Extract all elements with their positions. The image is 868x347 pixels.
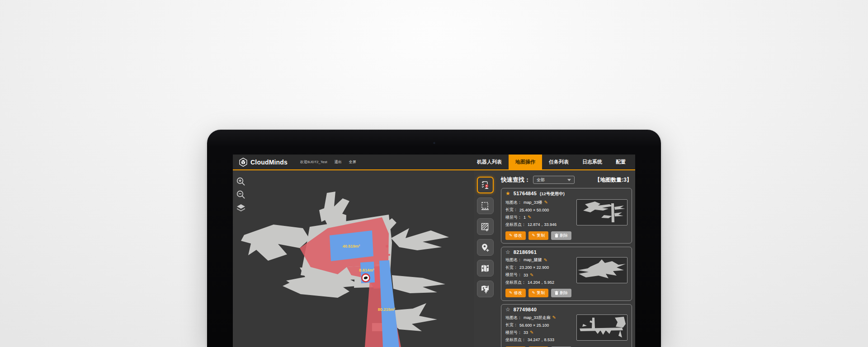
- robot-marker-icon[interactable]: [362, 274, 369, 281]
- edit-name-icon[interactable]: ✎: [544, 258, 547, 263]
- copy-button[interactable]: ✎复制: [528, 289, 549, 297]
- map-id: 87749840: [514, 307, 537, 312]
- origin-value: 12.874，33.946: [528, 222, 557, 228]
- slam-map[interactable]: 40.519m² 8.614m² 80.215m²: [233, 170, 474, 347]
- map-count-text: 【地图数量:3】: [594, 176, 632, 184]
- cloudminds-logo-icon: [239, 158, 248, 167]
- app-header: CloudMinds 欢迎BJDT2_Test 退出 全屏 机器人列表 地图操作…: [233, 155, 635, 170]
- map-blob: [390, 303, 437, 331]
- map-list-panel: 快速查找： 全部 【地图数量:3】 ★ 51764845 (12号使用中): [496, 170, 635, 347]
- add-region-icon: [480, 222, 490, 232]
- tool-measure-area-button[interactable]: [477, 197, 494, 214]
- field-label: 楼层号：: [505, 330, 522, 336]
- layers-icon[interactable]: [236, 203, 246, 213]
- star-icon[interactable]: ☆: [505, 307, 510, 312]
- field-label: 长宽：: [505, 207, 518, 213]
- map-thumbnail: [576, 314, 627, 341]
- fullscreen-link[interactable]: 全屏: [349, 159, 356, 164]
- webcam-dot: [433, 142, 435, 144]
- map-blob: [241, 225, 310, 261]
- nav-map-operation[interactable]: 地图操作: [509, 155, 542, 169]
- edit-floor-icon[interactable]: ✎: [530, 273, 533, 277]
- map-thumbnail: [576, 257, 627, 283]
- add-point-icon: [480, 243, 490, 253]
- edit-name-icon[interactable]: ✎: [552, 315, 556, 320]
- map-size-value: 23.200 × 22.900: [519, 265, 549, 270]
- map-in-use-badge: (12号使用中): [540, 191, 565, 197]
- edit-name-icon[interactable]: ✎: [544, 200, 548, 205]
- welcome-text: 欢迎BJDT2_Test: [300, 159, 327, 164]
- nav-config[interactable]: 配置: [609, 155, 632, 169]
- filter-selected-value: 全部: [537, 177, 567, 183]
- field-label: 坐标原点：: [505, 337, 526, 343]
- field-label: 楼层号：: [505, 272, 522, 278]
- floor-value: 1: [524, 215, 526, 220]
- field-label: 长宽：: [505, 265, 518, 271]
- field-label: 楼层号：: [505, 215, 522, 220]
- tool-map-marker-button[interactable]: [477, 260, 494, 277]
- field-label: 长宽：: [505, 322, 518, 328]
- quick-search-label: 快速查找：: [501, 176, 530, 184]
- trash-icon: [555, 234, 558, 238]
- zoom-in-icon[interactable]: [236, 177, 246, 187]
- map-size-value: 56.600 × 25.100: [519, 323, 549, 328]
- area-label-small: 8.614m²: [359, 268, 374, 272]
- map-card[interactable]: ★ 51764845 (12号使用中) 地图名：map_33楼✎ 长宽：25.4…: [501, 188, 632, 244]
- field-label: 地图名：: [505, 200, 522, 206]
- area-label-corridor: 80.215m²: [378, 307, 396, 312]
- delete-button[interactable]: 删除: [551, 231, 571, 240]
- map-card[interactable]: ☆ 87749840 地图名：map_33层走廊✎ 长宽：56.600 × 25…: [501, 304, 632, 347]
- brand-name: CloudMinds: [250, 159, 288, 166]
- edit-floor-icon[interactable]: ✎: [530, 330, 533, 335]
- app-screen: CloudMinds 欢迎BJDT2_Test 退出 全屏 机器人列表 地图操作…: [233, 155, 635, 347]
- map-card-list: ★ 51764845 (12号使用中) 地图名：map_33楼✎ 长宽：25.4…: [501, 188, 632, 347]
- map-id: 82186961: [514, 249, 537, 255]
- nav-log-system[interactable]: 日志系统: [576, 155, 609, 169]
- field-label: 地图名：: [505, 257, 522, 263]
- pencil-icon: ✎: [509, 234, 513, 238]
- copy-button[interactable]: ✎复制: [528, 231, 549, 240]
- zoom-out-icon[interactable]: [236, 190, 246, 200]
- field-label: 坐标原点：: [505, 280, 526, 286]
- map-name-value: map_腿腿: [524, 257, 542, 263]
- modify-button[interactable]: ✎修改: [505, 289, 526, 297]
- star-icon[interactable]: ★: [505, 191, 510, 196]
- map-marker-icon: [480, 263, 490, 273]
- pencil-icon: ✎: [532, 291, 536, 295]
- main-nav: 机器人列表 地图操作 任务列表 日志系统 配置: [470, 155, 632, 169]
- upload-map-icon: [480, 284, 490, 294]
- origin-value: 34.247，8.533: [528, 337, 554, 343]
- star-icon[interactable]: ☆: [505, 249, 510, 255]
- modify-button[interactable]: ✎修改: [505, 231, 526, 240]
- floor-value: 33: [524, 273, 528, 277]
- nav-task-list[interactable]: 任务列表: [542, 155, 576, 169]
- origin-value: 14.204，5.952: [528, 280, 554, 286]
- map-id: 51764845: [514, 191, 537, 196]
- map-name-value: map_33楼: [524, 200, 542, 206]
- map-thumbnail: [576, 199, 627, 225]
- edit-floor-icon[interactable]: ✎: [528, 215, 531, 220]
- pencil-icon: ✎: [532, 234, 536, 238]
- map-viewport[interactable]: 40.519m² 8.614m² 80.215m²: [233, 170, 474, 347]
- pencil-icon: ✎: [509, 291, 513, 295]
- tool-add-region-button[interactable]: [477, 218, 494, 235]
- tool-upload-map-button[interactable]: [477, 281, 494, 297]
- tool-add-point-button[interactable]: [477, 239, 494, 256]
- map-toolbar: [474, 170, 496, 347]
- tool-task-points-button[interactable]: [477, 177, 494, 193]
- floor-value: 33: [524, 330, 528, 335]
- logout-link[interactable]: 退出: [335, 159, 342, 164]
- nav-robot-list[interactable]: 机器人列表: [470, 155, 509, 169]
- filter-dropdown[interactable]: 全部: [533, 176, 575, 184]
- chevron-down-icon: [567, 179, 571, 181]
- map-size-value: 25.400 × 50.000: [519, 208, 549, 212]
- map-blob: [391, 228, 449, 250]
- brand: CloudMinds: [233, 155, 288, 169]
- map-name-value: map_33层走廊: [524, 315, 551, 321]
- map-blob: [392, 275, 445, 293]
- measure-area-icon: [480, 201, 490, 211]
- area-label-large: 40.519m²: [343, 244, 360, 249]
- delete-button[interactable]: 删除: [551, 289, 571, 297]
- map-card[interactable]: ☆ 82186961 地图名：map_腿腿✎ 长宽：23.200 × 22.90…: [501, 247, 632, 301]
- field-label: 地图名：: [505, 315, 522, 321]
